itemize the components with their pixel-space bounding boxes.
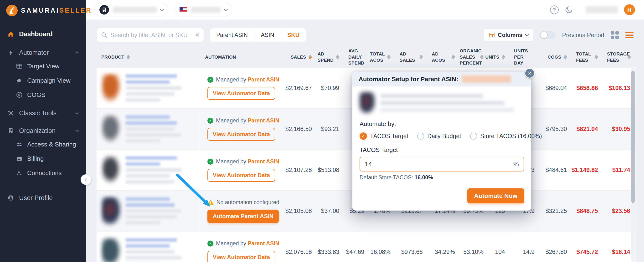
avatar[interactable]: R <box>624 4 635 15</box>
close-icon[interactable]: × <box>524 68 535 78</box>
sidebar-item-billing[interactable]: Billing <box>0 152 86 166</box>
radio-tacos-target[interactable]: ✓ TACOS Target <box>360 132 408 140</box>
col-cogs[interactable]: COGS <box>536 54 572 60</box>
tab-asin[interactable]: ASIN <box>254 28 281 42</box>
columns-button[interactable]: Columns <box>484 28 533 42</box>
col-organic-sales-percent[interactable]: ORGANIC SALES PERCENT <box>460 48 489 66</box>
clear-search-icon[interactable]: × <box>196 32 199 38</box>
sidebar-item-campaign-view[interactable]: Campaign View <box>0 73 86 88</box>
vertical-scrollbar-track[interactable] <box>631 68 635 262</box>
previous-period-toggle[interactable] <box>540 31 556 39</box>
search-box: × <box>96 28 204 42</box>
chevron-left-icon <box>85 178 88 181</box>
automate-parent-asin-button[interactable]: Automate Parent ASIN <box>208 210 279 223</box>
wallet-icon <box>16 156 23 161</box>
svg-text:$: $ <box>18 93 20 97</box>
product-cell[interactable] <box>96 150 200 190</box>
product-cell[interactable] <box>96 68 200 108</box>
sort-icons[interactable] <box>387 54 390 59</box>
view-automator-data-button[interactable]: View Automator Data <box>208 251 275 262</box>
product-image-redacted <box>102 197 121 225</box>
units-per-day-value: 14.9 <box>510 232 536 262</box>
dark-mode-icon[interactable] <box>565 6 573 14</box>
list-view-icon[interactable] <box>626 32 634 38</box>
sidebar-item-dashboard[interactable]: Dashboard <box>0 28 86 40</box>
sidebar-item-organization[interactable]: Organization <box>0 124 86 137</box>
view-automator-data-button[interactable]: View Automator Data <box>208 128 275 141</box>
automate-now-button[interactable]: Automate Now <box>467 188 524 203</box>
sidebar-collapse-button[interactable] <box>80 174 91 185</box>
col-ad-sales[interactable]: AD SALES <box>396 51 428 63</box>
brand-logo[interactable]: SAMURAISELLER <box>0 0 86 17</box>
organic-sales-percent-value: 53.10% <box>460 232 489 262</box>
search-input[interactable] <box>110 32 192 38</box>
col-units[interactable]: UNITS <box>489 54 510 60</box>
sort-icons[interactable] <box>628 54 631 59</box>
sort-icons[interactable] <box>564 54 567 59</box>
sort-icons[interactable] <box>126 54 130 59</box>
sidebar-item-cogs[interactable]: $ COGS <box>0 88 86 102</box>
home-icon <box>7 31 14 37</box>
tab-parent-asin[interactable]: Parent ASIN <box>210 28 254 42</box>
sidebar-item-connections[interactable]: a Connections <box>0 166 86 180</box>
automation-cell: ✓Managed by Parent ASIN View Automator D… <box>200 232 282 262</box>
radio-store-tacos[interactable]: Store TACOS (16.00%) <box>470 133 542 140</box>
tacos-target-label: TACOS Target <box>360 146 524 153</box>
view-automator-data-button[interactable]: View Automator Data <box>208 87 275 100</box>
tab-sku[interactable]: SKU <box>281 28 306 42</box>
view-automator-data-button[interactable]: View Automator Data <box>208 169 275 182</box>
table-row[interactable]: ✓Managed by Parent ASIN View Automator D… <box>96 232 636 262</box>
account-selector[interactable] <box>94 3 168 16</box>
storage-fees-value: $30.95 <box>603 109 636 149</box>
product-image-redacted <box>102 238 121 262</box>
product-cell[interactable] <box>96 191 200 231</box>
popup-footer: Automate Now <box>360 188 524 203</box>
sidebar-item-classic-tools[interactable]: Classic Tools <box>0 107 86 120</box>
ad-acos-value: 34.29% <box>428 232 460 262</box>
table-header: PRODUCT AUTOMATION SALES AD SPEND AVG DA… <box>96 46 636 68</box>
popup-title: Automator Setup for Parent ASIN: <box>358 75 458 83</box>
sidebar-item-target-view[interactable]: Target View <box>0 59 86 73</box>
col-ad-spend[interactable]: AD SPEND <box>317 51 344 63</box>
automation-status: ✓Managed by Parent ASIN <box>208 76 279 83</box>
sidebar-item-access-sharing[interactable]: Access & Sharing <box>0 137 86 152</box>
toggle-knob <box>540 32 547 38</box>
sort-icons[interactable] <box>336 54 339 59</box>
product-text-redacted <box>126 197 182 225</box>
main-content: × Parent ASIN ASIN SKU Columns Previous … <box>86 20 644 262</box>
sidebar-item-user-profile[interactable]: User Profile <box>0 192 86 204</box>
radio-daily-budget[interactable]: Daily Budget <box>417 133 461 140</box>
col-sales[interactable]: SALES <box>282 54 317 60</box>
tacos-target-input[interactable]: 14 % <box>360 157 524 172</box>
popup-product-summary <box>360 92 524 114</box>
sort-icons[interactable] <box>595 54 598 59</box>
help-icon[interactable]: ? <box>550 5 559 14</box>
popup-title-bar: Automator Setup for Parent ASIN: <box>352 72 531 86</box>
sales-value: $2,107.28 <box>282 150 317 190</box>
building-icon <box>100 5 109 14</box>
sort-icons[interactable] <box>452 54 455 59</box>
sidebar-item-automator[interactable]: Automator <box>0 46 86 59</box>
cogs-value: $795.30 <box>536 109 572 149</box>
product-cell[interactable] <box>96 109 200 149</box>
grid-view-icon[interactable] <box>611 31 619 39</box>
amazon-icon: a <box>16 170 23 176</box>
vertical-scrollbar-thumb[interactable] <box>631 71 635 203</box>
col-ad-acos[interactable]: AD ACOS <box>428 51 460 63</box>
sort-icons[interactable] <box>480 54 484 59</box>
col-product[interactable]: PRODUCT <box>96 54 200 60</box>
ad-spend-value: $37.00 <box>317 191 344 231</box>
col-storage-fees[interactable]: STORAGE FEES <box>603 51 636 63</box>
storage-fees-value: $23.56 <box>603 191 636 231</box>
warning-triangle-icon <box>208 199 214 205</box>
marketplace-selector[interactable] <box>174 3 232 16</box>
col-total-acos[interactable]: TOTAL ACOS <box>370 51 396 63</box>
check-circle-icon: ✓ <box>208 77 214 83</box>
product-cell[interactable] <box>96 232 200 262</box>
col-total-fees[interactable]: TOTAL FEES <box>572 51 603 63</box>
product-image-redacted <box>102 115 121 143</box>
sort-icons[interactable] <box>502 54 505 59</box>
sort-icons[interactable] <box>420 54 423 59</box>
sidebar-item-label: Connections <box>27 169 62 177</box>
sort-icons-active-desc[interactable] <box>308 54 312 59</box>
